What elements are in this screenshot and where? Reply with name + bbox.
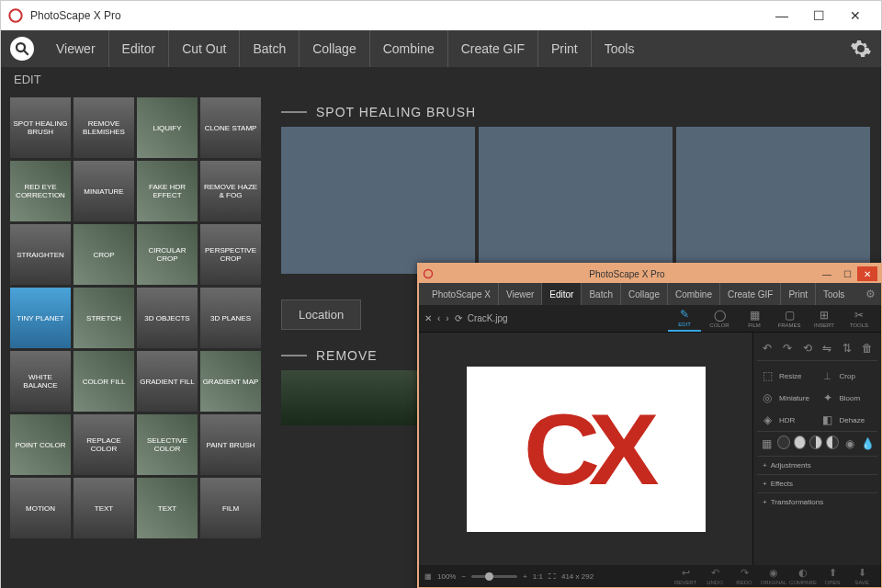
gear-icon[interactable] [850, 38, 872, 60]
tile-circular-crop[interactable]: CIRCULAR CROP [137, 224, 198, 285]
status-fit-icon[interactable]: ⛶ [548, 572, 556, 581]
win2-gear-icon[interactable]: ⚙ [865, 288, 876, 300]
win2-tab-edit[interactable]: ✎EDIT [668, 306, 701, 332]
accordion-transformations[interactable]: +Transformations [757, 492, 877, 511]
example-thumb-1[interactable] [281, 127, 475, 274]
win2-menu-collage[interactable]: Collage [621, 283, 668, 305]
win2-menu-batch[interactable]: Batch [582, 283, 621, 305]
location-button[interactable]: Location [281, 300, 361, 330]
maximize-button[interactable]: ☐ [800, 3, 837, 28]
status-grid-icon[interactable]: ▦ [424, 572, 432, 581]
tool-hdr[interactable]: ◈HDR [757, 409, 818, 431]
tile-perspective-crop[interactable]: PERSPECTIVE CROP [200, 224, 261, 285]
menu-creategif[interactable]: Create GIF [448, 30, 538, 67]
win2-tab-frames[interactable]: ▢FRAMES [773, 306, 806, 332]
tile-point-color[interactable]: POINT COLOR [10, 414, 71, 475]
win2-tab-film[interactable]: ▦FILM [738, 306, 771, 332]
tool-miniature[interactable]: ◎Miniature [757, 387, 818, 409]
minimize-button[interactable]: — [763, 3, 800, 28]
preset-circle-2[interactable] [794, 435, 807, 449]
status-save[interactable]: ⬇SAVE [848, 567, 876, 585]
tile-text2[interactable]: TEXT [137, 478, 198, 538]
preset-circle-3[interactable] [809, 435, 822, 449]
tile-color-fill[interactable]: COLOR FILL [74, 351, 134, 412]
preset-drop2-icon[interactable]: 💧 [861, 435, 876, 452]
status-redo[interactable]: ↷REDO [730, 567, 758, 585]
tile-remove-blemishes[interactable]: REMOVE BLEMISHES [74, 97, 134, 158]
zoom-out-icon[interactable]: − [461, 572, 466, 581]
tile-remove-haze[interactable]: REMOVE HAZE & FOG [200, 161, 261, 221]
win2-menu-photoscape[interactable]: PhotoScape X [424, 283, 499, 305]
example-thumb-3[interactable] [676, 127, 870, 274]
win2-refresh-icon[interactable]: ⟳ [455, 313, 462, 323]
canvas-area[interactable]: CX [419, 333, 752, 565]
menu-batch[interactable]: Batch [240, 30, 300, 67]
rotate-left-icon[interactable]: ↶ [759, 340, 775, 356]
tile-3d-planes[interactable]: 3D PLANES [200, 288, 261, 348]
tile-miniature[interactable]: MINIATURE [74, 161, 134, 221]
zoom-in-icon[interactable]: + [523, 572, 527, 581]
tool-resize[interactable]: ⬚Resize [757, 365, 818, 387]
tile-replace-color[interactable]: REPLACE COLOR [74, 414, 134, 475]
flip-v-icon[interactable]: ⇅ [839, 340, 855, 356]
tile-white-balance[interactable]: WHITE BALANCE [10, 351, 71, 412]
example-thumb-2[interactable] [479, 127, 673, 274]
win2-close-file-icon[interactable]: ✕ [424, 313, 432, 323]
close-button[interactable]: ✕ [837, 3, 874, 28]
win2-close-button[interactable]: ✕ [857, 266, 877, 281]
win2-tab-tools[interactable]: ✂TOOLS [842, 306, 876, 332]
tile-paint-brush[interactable]: PAINT BRUSH [200, 414, 261, 475]
tile-gradient-fill[interactable]: GRADIENT FILL [137, 351, 198, 412]
zoom-slider[interactable] [471, 575, 517, 578]
tool-crop[interactable]: ⟂Crop [818, 365, 878, 387]
rotate-free-icon[interactable]: ⟲ [799, 340, 816, 356]
tile-selective-color[interactable]: SELECTIVE COLOR [137, 414, 198, 475]
menu-print[interactable]: Print [538, 30, 592, 67]
menu-tools[interactable]: Tools [592, 30, 648, 67]
preset-circle-1[interactable] [777, 435, 790, 449]
tile-gradient-map[interactable]: GRADIENT MAP [200, 351, 261, 412]
tool-bloom[interactable]: ✦Bloom [818, 387, 878, 409]
menu-combine[interactable]: Combine [370, 30, 448, 67]
tile-tiny-planet[interactable]: TINY PLANET [10, 288, 71, 348]
status-original[interactable]: ◉ORIGINAL [760, 567, 787, 585]
tile-film[interactable]: FILM [200, 478, 261, 538]
win2-tab-color[interactable]: ◯COLOR [703, 306, 736, 332]
menu-editor[interactable]: Editor [109, 30, 170, 67]
win2-menu-creategif[interactable]: Create GIF [720, 283, 781, 305]
status-undo[interactable]: ↶UNDO [701, 567, 729, 585]
app-logo-icon[interactable] [10, 37, 34, 61]
tile-stretch[interactable]: STRETCH [74, 288, 134, 348]
preset-drop-icon[interactable]: ◉ [842, 435, 857, 452]
tile-3d-objects[interactable]: 3D OBJECTS [137, 288, 198, 348]
status-ratio[interactable]: 1:1 [533, 572, 543, 581]
win2-maximize-button[interactable]: ☐ [837, 266, 857, 281]
accordion-adjustments[interactable]: +Adjustments [757, 456, 877, 474]
tile-fake-hdr[interactable]: FAKE HDR EFFECT [137, 161, 198, 221]
win2-tab-insert[interactable]: ⊞INSERT [808, 306, 841, 332]
win2-minimize-button[interactable]: — [817, 266, 837, 281]
trash-icon[interactable]: 🗑 [859, 340, 876, 356]
status-compare[interactable]: ◐COMPARE [789, 567, 817, 585]
tile-text1[interactable]: TEXT [74, 478, 134, 538]
tile-motion[interactable]: MOTION [10, 478, 71, 538]
win2-prev-icon[interactable]: ‹ [437, 313, 440, 323]
menu-cutout[interactable]: Cut Out [169, 30, 240, 67]
menu-collage[interactable]: Collage [300, 30, 369, 67]
win2-menu-tools[interactable]: Tools [816, 283, 852, 305]
accordion-effects[interactable]: +Effects [757, 474, 877, 492]
tile-straighten[interactable]: STRAIGHTEN [10, 224, 71, 285]
rotate-right-icon[interactable]: ↷ [779, 340, 796, 356]
preset-grid-icon[interactable]: ▦ [759, 435, 774, 452]
win2-menu-print[interactable]: Print [781, 283, 816, 305]
win2-next-icon[interactable]: › [446, 313, 448, 323]
win2-menu-viewer[interactable]: Viewer [499, 283, 542, 305]
menu-viewer[interactable]: Viewer [43, 30, 109, 67]
win2-menu-editor[interactable]: Editor [542, 283, 582, 305]
tile-liquify[interactable]: LIQUIFY [137, 97, 198, 158]
status-revert[interactable]: ↩REVERT [672, 567, 699, 585]
tool-dehaze[interactable]: ◧Dehaze [818, 409, 878, 431]
flip-h-icon[interactable]: ⇋ [819, 340, 835, 356]
tile-spot-healing[interactable]: SPOT HEALING BRUSH [10, 97, 71, 158]
tile-red-eye[interactable]: RED EYE CORRECTION [10, 161, 71, 221]
